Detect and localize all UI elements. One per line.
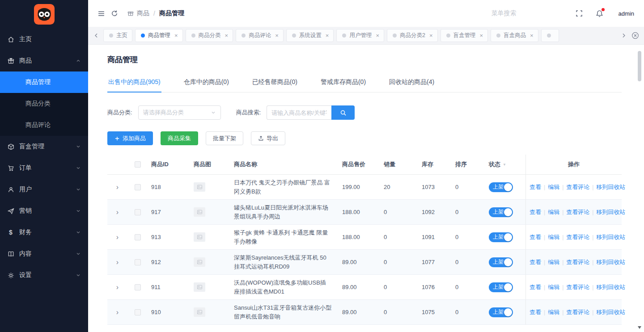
hamburger-menu-icon[interactable]	[94, 7, 108, 20]
sidebar-item-goods-comments[interactable]: 商品评论	[0, 114, 88, 136]
sidebar-item-home[interactable]: 主页	[0, 29, 88, 50]
action-view[interactable]: 查看	[530, 208, 541, 216]
status-toggle[interactable]: 上架	[489, 232, 513, 242]
scrollbar-thumb[interactable]	[638, 51, 641, 81]
tab-chip[interactable]: 商品分类2 ×	[387, 29, 438, 42]
tab-chip[interactable]: ×	[541, 29, 559, 42]
action-move-to-recycle[interactable]: 移到回收站	[596, 208, 625, 216]
category-select[interactable]: 请选择商品分类	[138, 105, 221, 120]
tab-close-icon[interactable]: ×	[376, 33, 379, 38]
sidebar-item-goods-category[interactable]: 商品分类	[0, 93, 88, 114]
action-edit[interactable]: 编辑	[548, 208, 559, 216]
close-all-tabs-icon[interactable]	[629, 29, 641, 42]
vertical-scrollbar[interactable]	[638, 46, 642, 332]
row-expand-icon[interactable]: ›	[116, 209, 119, 216]
action-view[interactable]: 查看	[530, 233, 541, 241]
tab-close-icon[interactable]: ×	[530, 33, 534, 38]
notification-bell[interactable]	[596, 10, 603, 17]
tab-chip[interactable]: 用户管理 ×	[336, 29, 384, 42]
sidebar-item-orders[interactable]: 订单	[0, 157, 88, 179]
row-checkbox[interactable]	[135, 259, 141, 265]
sidebar-item-blindbox[interactable]: 盲盒管理	[0, 136, 88, 157]
page-tab[interactable]: 已经售罄商品(0)	[251, 76, 298, 92]
sidebar-item-content[interactable]: 内容	[0, 243, 88, 265]
tab-chip[interactable]: 盲盒商品 ×	[491, 29, 538, 42]
page-tab[interactable]: 仓库中的商品(0)	[183, 76, 230, 92]
row-expand-icon[interactable]: ›	[116, 234, 119, 241]
collect-product-button[interactable]: 商品采集	[161, 131, 198, 145]
row-expand-icon[interactable]: ›	[116, 309, 119, 316]
tab-chip[interactable]: 商品评论 ×	[236, 29, 284, 42]
action-view-comments[interactable]: 查看评论	[566, 283, 589, 291]
action-view[interactable]: 查看	[530, 258, 541, 266]
add-product-button[interactable]: 添加商品	[107, 131, 153, 145]
action-move-to-recycle[interactable]: 移到回收站	[596, 258, 625, 266]
row-expand-icon[interactable]: ›	[116, 284, 119, 291]
row-checkbox[interactable]	[135, 234, 141, 240]
row-checkbox[interactable]	[135, 309, 141, 315]
tab-close-icon[interactable]: ×	[174, 33, 178, 38]
status-filter-icon[interactable]: ▼	[503, 163, 506, 167]
action-edit[interactable]: 编辑	[548, 183, 559, 191]
tab-chip[interactable]: 盲盒管理 ×	[441, 29, 488, 42]
page-tab[interactable]: 出售中的商品(905)	[107, 76, 161, 92]
tab-close-icon[interactable]: ×	[326, 33, 329, 38]
row-expand-icon[interactable]: ›	[116, 184, 119, 191]
action-edit[interactable]: 编辑	[548, 283, 559, 291]
action-view-comments[interactable]: 查看评论	[566, 208, 589, 216]
row-checkbox[interactable]	[135, 184, 141, 190]
breadcrumb-parent[interactable]: 商品	[137, 9, 149, 17]
action-move-to-recycle[interactable]: 移到回收站	[596, 283, 625, 291]
select-all-checkbox[interactable]	[135, 161, 141, 168]
menu-search-input[interactable]: 菜单搜索	[491, 9, 517, 17]
action-edit[interactable]: 编辑	[548, 233, 559, 241]
action-view-comments[interactable]: 查看评论	[566, 183, 589, 191]
tabs-scroll-left-icon[interactable]	[91, 30, 102, 41]
page-tab[interactable]: 回收站的商品(4)	[388, 76, 435, 92]
tab-chip[interactable]: 商品分类 ×	[186, 29, 233, 42]
sidebar-item-goods-manage[interactable]: 商品管理	[0, 71, 88, 93]
tab-chip[interactable]: 主页 ×	[103, 29, 132, 42]
status-toggle[interactable]: 上架	[489, 182, 513, 192]
export-button[interactable]: 导出	[251, 131, 285, 145]
row-checkbox[interactable]	[135, 209, 141, 215]
status-toggle[interactable]: 上架	[489, 307, 513, 317]
sidebar-item-users[interactable]: 用户	[0, 179, 88, 200]
sidebar-item-goods[interactable]: 商品	[0, 50, 88, 71]
app-logo[interactable]	[0, 0, 88, 29]
refresh-icon[interactable]	[108, 7, 121, 20]
search-button[interactable]	[331, 105, 355, 120]
row-checkbox[interactable]	[135, 284, 141, 290]
sidebar-item-settings[interactable]: 设置	[0, 265, 88, 286]
action-view[interactable]: 查看	[530, 183, 541, 191]
status-toggle[interactable]: 上架	[489, 257, 513, 267]
tab-close-icon[interactable]: ×	[275, 33, 279, 38]
batch-offshelf-button[interactable]: 批量下架	[206, 131, 243, 145]
tab-close-icon[interactable]: ×	[429, 33, 433, 38]
action-move-to-recycle[interactable]: 移到回收站	[596, 308, 625, 316]
tab-close-icon[interactable]: ×	[480, 33, 483, 38]
action-edit[interactable]: 编辑	[548, 258, 559, 266]
product-search-input[interactable]	[267, 105, 331, 120]
tab-chip[interactable]: 商品管理 ×	[135, 29, 183, 42]
tab-chip[interactable]: 系统设置 ×	[286, 29, 334, 42]
action-view[interactable]: 查看	[530, 283, 541, 291]
sidebar-item-marketing[interactable]: 营销	[0, 200, 88, 222]
row-expand-icon[interactable]: ›	[116, 259, 119, 266]
scrollbar-down-arrow-icon[interactable]	[638, 326, 641, 331]
status-toggle[interactable]: 上架	[489, 282, 513, 292]
action-view-comments[interactable]: 查看评论	[566, 233, 589, 241]
action-view[interactable]: 查看	[530, 308, 541, 316]
action-edit[interactable]: 编辑	[548, 308, 559, 316]
status-toggle[interactable]: 上架	[489, 207, 513, 217]
action-move-to-recycle[interactable]: 移到回收站	[596, 233, 625, 241]
action-view-comments[interactable]: 查看评论	[566, 308, 589, 316]
action-view-comments[interactable]: 查看评论	[566, 258, 589, 266]
action-move-to-recycle[interactable]: 移到回收站	[596, 183, 625, 191]
page-tab[interactable]: 警戒库存商品(0)	[320, 76, 367, 92]
fullscreen-icon[interactable]	[572, 7, 586, 20]
sidebar-item-finance[interactable]: $ 财务	[0, 222, 88, 243]
tab-close-icon[interactable]: ×	[225, 33, 229, 38]
username[interactable]: admin	[619, 10, 634, 17]
tabs-scroll-right-icon[interactable]	[618, 30, 629, 41]
